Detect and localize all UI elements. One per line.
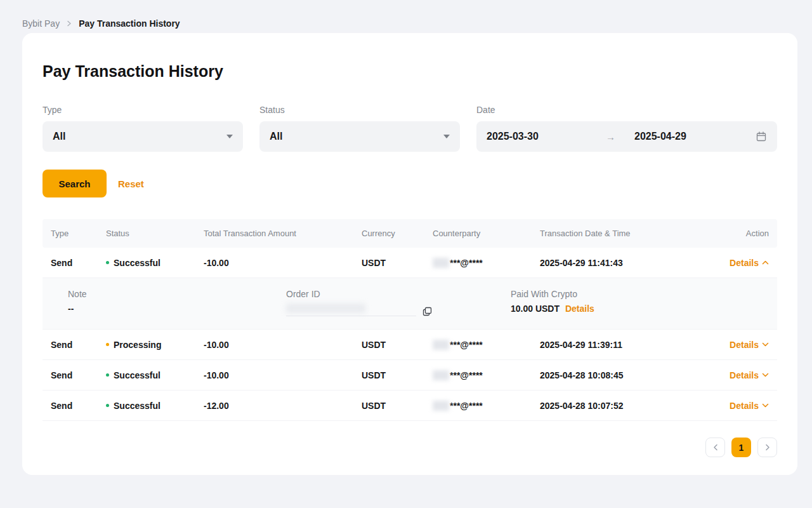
cell-counterparty: ***@**** bbox=[433, 370, 540, 380]
status-dot bbox=[106, 404, 109, 407]
cell-amount: -12.00 bbox=[204, 401, 362, 411]
cell-counterparty: ***@**** bbox=[433, 401, 540, 411]
chevron-right-icon bbox=[765, 444, 770, 451]
date-end-value[interactable]: 2025-04-29 bbox=[634, 131, 756, 142]
breadcrumb-current: Pay Transaction History bbox=[79, 18, 180, 29]
cell-amount: -10.00 bbox=[204, 258, 362, 268]
pagination-next-button[interactable] bbox=[757, 438, 777, 457]
date-start-value[interactable]: 2025-03-30 bbox=[487, 131, 606, 142]
cell-action: Details bbox=[698, 258, 769, 268]
col-datetime: Transaction Date & Time bbox=[540, 229, 698, 238]
cell-currency: USDT bbox=[362, 340, 433, 350]
breadcrumb: Bybit Pay Pay Transaction History bbox=[0, 0, 812, 30]
filter-type: Type All bbox=[43, 105, 243, 152]
note-value: -- bbox=[68, 304, 286, 314]
calendar-icon[interactable] bbox=[756, 131, 767, 142]
cell-currency: USDT bbox=[362, 370, 433, 380]
cell-status: Successful bbox=[106, 401, 204, 411]
expanded-detail-panel: Note -- Order ID bbox=[43, 278, 777, 330]
cell-action: Details bbox=[698, 370, 769, 380]
col-status: Status bbox=[106, 229, 204, 238]
caret-down-icon bbox=[443, 135, 450, 138]
chevron-left-icon bbox=[713, 444, 718, 451]
details-toggle[interactable]: Details bbox=[730, 401, 769, 411]
note-label: Note bbox=[68, 289, 286, 299]
cell-action: Details bbox=[698, 401, 769, 411]
cell-datetime: 2025-04-28 10:08:45 bbox=[540, 370, 698, 380]
status-label: Successful bbox=[114, 258, 160, 268]
filter-status: Status All bbox=[259, 105, 460, 152]
type-select-value: All bbox=[53, 131, 226, 142]
details-toggle[interactable]: Details bbox=[730, 370, 769, 380]
cell-type: Send bbox=[51, 401, 106, 411]
cell-action: Details bbox=[698, 340, 769, 350]
details-label: Details bbox=[730, 340, 759, 350]
chevron-down-icon bbox=[762, 403, 769, 408]
col-currency: Currency bbox=[362, 229, 433, 238]
type-filter-label: Type bbox=[43, 105, 243, 115]
redacted-blur bbox=[433, 258, 449, 268]
cell-type: Send bbox=[51, 340, 106, 350]
redacted-blur bbox=[286, 304, 365, 313]
status-label: Processing bbox=[114, 340, 161, 350]
order-id-label: Order ID bbox=[286, 289, 511, 299]
breadcrumb-parent[interactable]: Bybit Pay bbox=[22, 18, 60, 29]
col-counterparty: Counterparty bbox=[433, 229, 540, 238]
details-label: Details bbox=[730, 370, 759, 380]
cell-type: Send bbox=[51, 258, 106, 268]
paid-with-crypto-section: Paid With Crypto 10.00 USDT Details bbox=[511, 289, 769, 316]
counterparty-masked: ***@**** bbox=[450, 340, 483, 350]
col-amount: Total Transaction Amount bbox=[204, 229, 362, 238]
counterparty-masked: ***@**** bbox=[450, 258, 483, 268]
table-row: Send Successful -10.00 USDT ***@**** 202… bbox=[43, 360, 777, 391]
order-id-value-redacted bbox=[286, 304, 416, 316]
chevron-down-icon bbox=[762, 342, 769, 347]
cell-status: Successful bbox=[106, 258, 204, 268]
cell-status: Successful bbox=[106, 370, 204, 380]
status-select[interactable]: All bbox=[259, 121, 460, 152]
paid-details-link[interactable]: Details bbox=[565, 304, 594, 314]
reset-button[interactable]: Reset bbox=[118, 178, 144, 189]
table-header: Type Status Total Transaction Amount Cur… bbox=[43, 219, 777, 248]
counterparty-masked: ***@**** bbox=[450, 401, 483, 411]
cell-datetime: 2025-04-29 11:39:11 bbox=[540, 340, 698, 350]
cell-status: Processing bbox=[106, 340, 204, 350]
cell-currency: USDT bbox=[362, 258, 433, 268]
transactions-table: Type Status Total Transaction Amount Cur… bbox=[43, 219, 777, 421]
details-label: Details bbox=[730, 401, 759, 411]
cell-datetime: 2025-04-29 11:41:43 bbox=[540, 258, 698, 268]
pay-transaction-history-card: Pay Transaction History Type All Status … bbox=[22, 33, 797, 475]
details-toggle[interactable]: Details bbox=[730, 340, 769, 350]
page-title: Pay Transaction History bbox=[43, 62, 777, 81]
redacted-blur bbox=[433, 340, 449, 350]
cell-currency: USDT bbox=[362, 401, 433, 411]
caret-down-icon bbox=[226, 135, 233, 138]
table-row: Send Successful -10.00 USDT ***@**** 202… bbox=[43, 248, 777, 278]
pagination: 1 bbox=[43, 438, 777, 457]
cell-counterparty: ***@**** bbox=[433, 340, 540, 350]
chevron-down-icon bbox=[762, 373, 769, 377]
arrow-right-icon: → bbox=[606, 131, 615, 142]
chevron-up-icon bbox=[762, 260, 769, 265]
filters-row: Type All Status All Date 2025-03-30 → 20… bbox=[43, 105, 777, 152]
status-label: Successful bbox=[114, 401, 160, 411]
date-range-picker[interactable]: 2025-03-30 → 2025-04-29 bbox=[476, 121, 777, 152]
order-id-section: Order ID bbox=[286, 289, 511, 316]
type-select[interactable]: All bbox=[43, 121, 243, 152]
cell-counterparty: ***@**** bbox=[433, 258, 540, 268]
details-toggle[interactable]: Details bbox=[730, 258, 769, 268]
copy-icon[interactable] bbox=[422, 307, 432, 316]
redacted-blur bbox=[433, 401, 449, 411]
chevron-right-icon bbox=[66, 20, 72, 27]
cell-amount: -10.00 bbox=[204, 370, 362, 380]
pagination-page-1[interactable]: 1 bbox=[731, 438, 751, 457]
date-filter-label: Date bbox=[476, 105, 777, 115]
col-action: Action bbox=[698, 229, 769, 238]
search-actions-row: Search Reset bbox=[43, 170, 777, 197]
search-button[interactable]: Search bbox=[43, 170, 107, 197]
redacted-blur bbox=[433, 370, 449, 380]
details-label: Details bbox=[730, 258, 759, 268]
filter-date: Date 2025-03-30 → 2025-04-29 bbox=[476, 105, 777, 152]
cell-datetime: 2025-04-28 10:07:52 bbox=[540, 401, 698, 411]
pagination-prev-button[interactable] bbox=[705, 438, 725, 457]
